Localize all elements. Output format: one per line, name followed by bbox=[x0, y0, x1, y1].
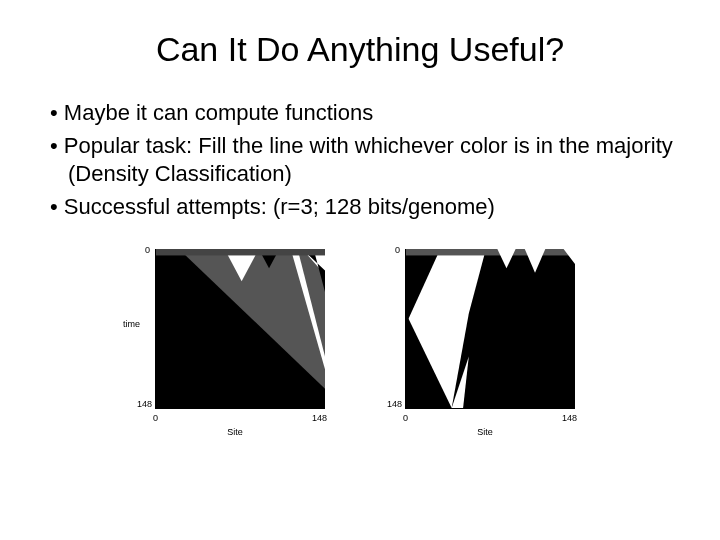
bullet-item: Maybe it can compute functions bbox=[50, 99, 680, 128]
plot-area bbox=[405, 249, 575, 409]
xtick-left: 0 bbox=[153, 413, 158, 423]
bullet-item: Popular task: Fill the line with whichev… bbox=[50, 132, 680, 189]
ytick-bottom: 148 bbox=[137, 399, 152, 409]
plot-area bbox=[155, 249, 325, 409]
ytick-bottom: 148 bbox=[387, 399, 402, 409]
x-axis-label: Site bbox=[375, 427, 595, 437]
svg-rect-7 bbox=[156, 249, 325, 255]
slide-title: Can It Do Anything Useful? bbox=[40, 30, 680, 69]
xtick-left: 0 bbox=[403, 413, 408, 423]
xtick-right: 148 bbox=[312, 413, 327, 423]
svg-rect-13 bbox=[406, 249, 575, 255]
spacetime-plot-right: 0 148 0 148 bbox=[375, 241, 595, 441]
xtick-right: 148 bbox=[562, 413, 577, 423]
y-axis-label: time bbox=[123, 319, 140, 329]
ca-diagram-icon bbox=[406, 249, 575, 408]
x-axis-label: Site bbox=[125, 427, 345, 437]
ytick-top: 0 bbox=[145, 245, 150, 255]
bullet-list: Maybe it can compute functions Popular t… bbox=[40, 99, 680, 221]
spacetime-plot-left: 0 148 time 0 148 Site bbox=[125, 241, 345, 441]
figure-row: 0 148 time 0 148 Site 0 bbox=[40, 241, 680, 441]
ca-diagram-icon bbox=[156, 249, 325, 408]
bullet-item: Successful attempts: (r=3; 128 bits/geno… bbox=[50, 193, 680, 222]
ytick-top: 0 bbox=[395, 245, 400, 255]
